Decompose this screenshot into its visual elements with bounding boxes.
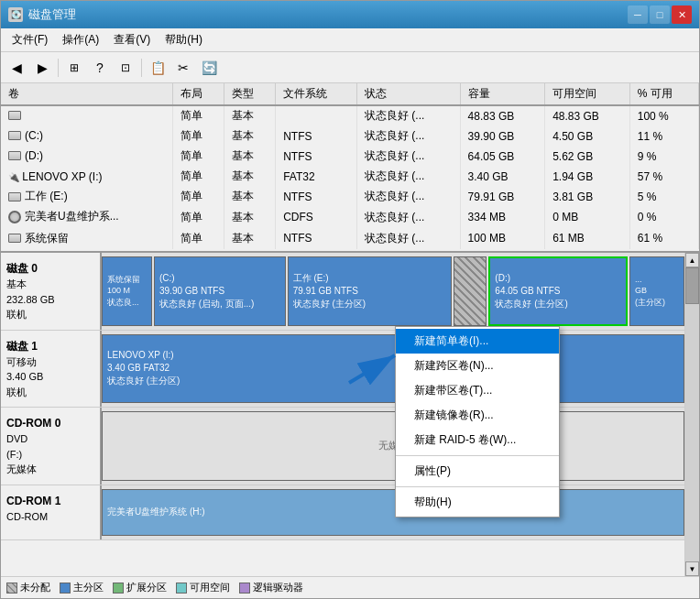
scroll-track[interactable] bbox=[685, 267, 699, 561]
partition-lenovo[interactable]: LENOVO XP (I:)3.40 GB FAT32状态良好 (主分区) bbox=[102, 334, 684, 404]
partition-d-rest[interactable]: ...GB(主分区) bbox=[629, 256, 684, 326]
forward-button[interactable]: ▶ bbox=[30, 56, 54, 80]
menu-file[interactable]: 文件(F) bbox=[5, 29, 55, 50]
legend-box-unalloc bbox=[6, 583, 17, 594]
col-header-name: 卷 bbox=[1, 83, 173, 105]
menu-view[interactable]: 查看(V) bbox=[106, 29, 158, 50]
legend-logical: 逻辑驱动器 bbox=[239, 581, 303, 594]
close-button[interactable]: ✕ bbox=[672, 5, 692, 24]
title-bar-left: 💽 磁盘管理 bbox=[8, 6, 76, 23]
toolbar-btn-7[interactable]: ✂ bbox=[171, 56, 195, 80]
ctx-item-help[interactable]: 帮助(H) bbox=[396, 490, 559, 515]
ctx-sep-1 bbox=[396, 455, 559, 456]
row-type: 基本 bbox=[224, 105, 276, 126]
partition-cd-data[interactable]: 完美者U盘维护系统 (H:) bbox=[102, 489, 684, 536]
partition-unallocated[interactable] bbox=[454, 256, 487, 326]
lower-scroll: 磁盘 0 基本 232.88 GB 联机 系统保留100 M状态良... (C:… bbox=[1, 253, 684, 576]
legend-free: 可用空间 bbox=[176, 581, 230, 594]
legend-box-logical bbox=[239, 583, 250, 594]
row-layout: 简单 bbox=[173, 105, 224, 126]
legend-primary: 主分区 bbox=[60, 581, 104, 594]
menu-action[interactable]: 操作(A) bbox=[55, 29, 106, 50]
row-name: 系统保留 bbox=[1, 228, 173, 248]
col-header-fs: 文件系统 bbox=[276, 83, 357, 105]
partition-work[interactable]: 工作 (E:)79.91 GB NTFS状态良好 (主分区) bbox=[288, 256, 453, 326]
table-row[interactable]: 完美者U盘维护系... 简单 基本 CDFS 状态良好 (... 334 MB … bbox=[1, 207, 699, 229]
ctx-item-new-simple[interactable]: 新建简单卷(I)... bbox=[396, 329, 559, 354]
disk-label-cdrom1: CD-ROM 1 CD-ROM bbox=[1, 485, 102, 539]
legend-label-unalloc: 未分配 bbox=[20, 581, 50, 594]
partition-c[interactable]: (C:)39.90 GB NTFS状态良好 (启动, 页面...) bbox=[154, 256, 286, 326]
disk-label-0: 磁盘 0 基本 232.88 GB 联机 bbox=[1, 253, 102, 330]
title-bar: 💽 磁盘管理 ─ □ ✕ bbox=[1, 1, 699, 28]
toolbar-btn-8[interactable]: 🔄 bbox=[197, 56, 221, 80]
partition-cd-empty: 无媒体 bbox=[102, 411, 684, 481]
table-row[interactable]: 🔌 LENOVO XP (I:) 简单 基本 FAT32 状态良好 (... 3… bbox=[1, 167, 699, 187]
status-bar: 未分配 主分区 扩展分区 可用空间 逻辑驱动器 bbox=[1, 576, 699, 598]
toolbar-btn-3[interactable]: ⊞ bbox=[62, 56, 86, 80]
disk-label-cdrom0: CD-ROM 0 DVD (F:) 无媒体 bbox=[1, 408, 102, 485]
main-window: 💽 磁盘管理 ─ □ ✕ 文件(F) 操作(A) 查看(V) 帮助(H) ◀ ▶… bbox=[0, 0, 700, 599]
col-header-pct: % 可用 bbox=[629, 83, 698, 105]
legend-label-extended: 扩展分区 bbox=[126, 581, 167, 594]
ctx-item-new-striped[interactable]: 新建带区卷(T)... bbox=[396, 378, 559, 403]
context-menu: 新建简单卷(I)... 新建跨区卷(N)... 新建带区卷(T)... 新建镜像… bbox=[395, 326, 560, 517]
row-name: 🔌 LENOVO XP (I:) bbox=[1, 167, 173, 187]
legend-label-logical: 逻辑驱动器 bbox=[253, 581, 303, 594]
disk-label-1: 磁盘 1 可移动 3.40 GB 联机 bbox=[1, 331, 102, 408]
maximize-button[interactable]: □ bbox=[650, 5, 670, 24]
row-status: 状态良好 (... bbox=[357, 105, 461, 126]
ctx-item-new-spanned[interactable]: 新建跨区卷(N)... bbox=[396, 354, 559, 378]
legend-label-primary: 主分区 bbox=[73, 581, 104, 594]
disk-row-cdrom0: CD-ROM 0 DVD (F:) 无媒体 无媒体 bbox=[1, 408, 684, 485]
legend-box-primary bbox=[60, 583, 71, 594]
ctx-item-properties[interactable]: 属性(P) bbox=[396, 459, 559, 484]
vertical-scrollbar[interactable]: ▲ ▼ bbox=[684, 253, 699, 576]
title-buttons: ─ □ ✕ bbox=[628, 5, 692, 24]
minimize-button[interactable]: ─ bbox=[628, 5, 648, 24]
scroll-thumb[interactable] bbox=[685, 267, 699, 304]
back-button[interactable]: ◀ bbox=[5, 56, 28, 80]
app-icon: 💽 bbox=[8, 7, 23, 22]
row-name: 工作 (E:) bbox=[1, 187, 173, 207]
row-name: (D:) bbox=[1, 147, 173, 167]
toolbar: ◀ ▶ ⊞ ? ⊡ 📋 ✂ 🔄 bbox=[1, 52, 699, 83]
scroll-up-button[interactable]: ▲ bbox=[685, 253, 699, 267]
table-header-row: 卷 布局 类型 文件系统 状态 容量 可用空间 % 可用 bbox=[1, 83, 699, 105]
legend-box-extended bbox=[113, 583, 124, 594]
main-content: 卷 布局 类型 文件系统 状态 容量 可用空间 % 可用 简单 基本 bbox=[1, 83, 699, 598]
disk-row-1: 磁盘 1 可移动 3.40 GB 联机 LENOVO XP (I:)3.40 G… bbox=[1, 331, 684, 408]
col-header-capacity: 容量 bbox=[460, 83, 545, 105]
toolbar-btn-5[interactable]: ⊡ bbox=[114, 56, 137, 80]
table-row[interactable]: (C:) 简单 基本 NTFS 状态良好 (... 39.90 GB 4.50 … bbox=[1, 126, 699, 147]
help-button[interactable]: ? bbox=[88, 56, 112, 80]
table-row[interactable]: 系统保留 简单 基本 NTFS 状态良好 (... 100 MB 61 MB 6… bbox=[1, 228, 699, 248]
toolbar-sep-2 bbox=[141, 59, 142, 77]
legend-extended: 扩展分区 bbox=[113, 581, 167, 594]
disk-row-0: 磁盘 0 基本 232.88 GB 联机 系统保留100 M状态良... (C:… bbox=[1, 253, 684, 331]
disk-cdrom1-partitions: 完美者U盘维护系统 (H:) bbox=[102, 485, 684, 539]
table-row[interactable]: 简单 基本 状态良好 (... 48.83 GB 48.83 GB 100 % bbox=[1, 105, 699, 126]
row-free: 48.83 GB bbox=[545, 105, 630, 126]
disk-table: 卷 布局 类型 文件系统 状态 容量 可用空间 % 可用 简单 基本 bbox=[1, 83, 699, 249]
disk-row-cdrom1: CD-ROM 1 CD-ROM 完美者U盘维护系统 (H:) bbox=[1, 485, 684, 540]
partition-d[interactable]: (D:)64.05 GB NTFS状态良好 (主分区) bbox=[488, 256, 628, 326]
ctx-item-new-mirror[interactable]: 新建镜像卷(R)... bbox=[396, 403, 559, 428]
menu-bar: 文件(F) 操作(A) 查看(V) 帮助(H) bbox=[1, 28, 699, 52]
col-header-status: 状态 bbox=[357, 83, 461, 105]
toolbar-btn-6[interactable]: 📋 bbox=[146, 56, 170, 80]
row-name: (C:) bbox=[1, 126, 173, 147]
partition-system-reserved[interactable]: 系统保留100 M状态良... bbox=[102, 256, 152, 326]
row-name bbox=[1, 105, 173, 126]
scroll-down-button[interactable]: ▼ bbox=[685, 561, 699, 576]
menu-help[interactable]: 帮助(H) bbox=[158, 29, 210, 50]
legend-box-free bbox=[176, 583, 187, 594]
table-row[interactable]: (D:) 简单 基本 NTFS 状态良好 (... 64.05 GB 5.62 … bbox=[1, 147, 699, 167]
col-header-free: 可用空间 bbox=[545, 83, 630, 105]
upper-panel: 卷 布局 类型 文件系统 状态 容量 可用空间 % 可用 简单 基本 bbox=[1, 83, 699, 253]
ctx-item-new-raid5[interactable]: 新建 RAID-5 卷(W)... bbox=[396, 428, 559, 452]
row-capacity: 48.83 GB bbox=[460, 105, 545, 126]
table-row[interactable]: 工作 (E:) 简单 基本 NTFS 状态良好 (... 79.91 GB 3.… bbox=[1, 187, 699, 207]
ctx-sep-2 bbox=[396, 486, 559, 487]
disk-cdrom0-partitions: 无媒体 bbox=[102, 408, 684, 485]
